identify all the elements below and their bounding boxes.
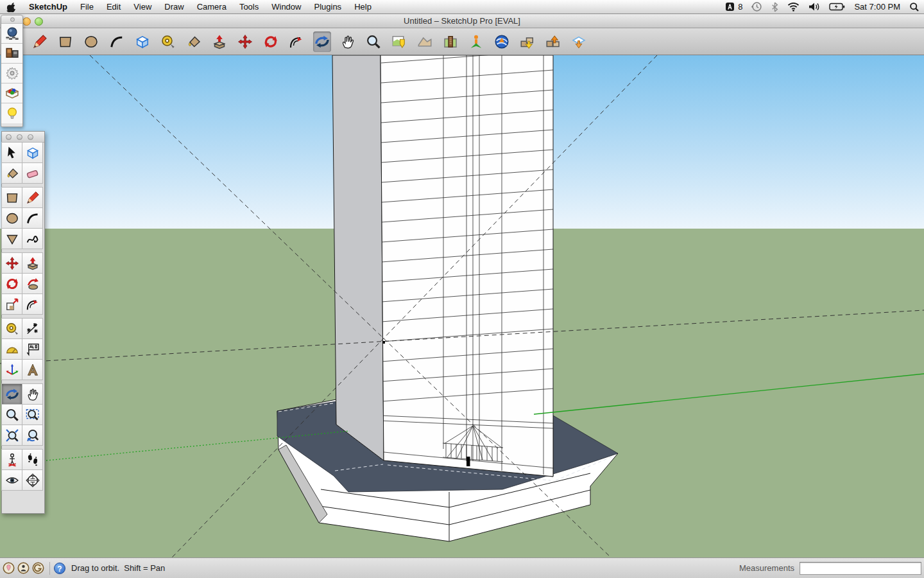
orbit-tool[interactable] xyxy=(1,383,22,405)
zoom-window-tool[interactable] xyxy=(22,404,43,425)
lightbulb-button[interactable] xyxy=(1,103,22,123)
move-tool[interactable] xyxy=(1,252,22,274)
paint-bucket-tool-button[interactable] xyxy=(185,31,203,52)
position-camera-tool-button[interactable] xyxy=(467,31,485,52)
tape-measure-tool-button[interactable] xyxy=(159,31,177,52)
orbit-tool-button[interactable] xyxy=(313,31,331,52)
push-pull-tool[interactable] xyxy=(22,252,43,274)
rectangle-tool-button[interactable] xyxy=(56,31,74,52)
photo-textures-tool-button[interactable] xyxy=(441,31,459,52)
zoom-tool[interactable] xyxy=(1,404,22,425)
arc-tool[interactable] xyxy=(22,207,43,229)
rotate-tool-button[interactable] xyxy=(262,31,280,52)
3d-text-tool[interactable] xyxy=(22,359,43,380)
components-boxes-button[interactable] xyxy=(1,44,22,64)
bluetooth-menu[interactable] xyxy=(767,0,783,14)
menu-item-tools[interactable]: Tools xyxy=(233,0,265,14)
menu-item-view[interactable]: View xyxy=(127,0,158,14)
offset-icon xyxy=(26,297,40,311)
zoom-tool-button[interactable] xyxy=(364,31,382,52)
apple-menu[interactable] xyxy=(0,0,22,14)
menu-item-edit[interactable]: Edit xyxy=(100,0,127,14)
tape-measure-tool[interactable] xyxy=(1,318,22,339)
large-tool-set-palette xyxy=(1,131,45,514)
location-pin-icon xyxy=(3,562,15,574)
person-icon xyxy=(17,562,30,574)
walk-tool[interactable] xyxy=(22,449,43,470)
select-tool[interactable] xyxy=(1,142,22,163)
menu-item-draw[interactable]: Draw xyxy=(158,0,190,14)
zoom-previous-tool[interactable] xyxy=(22,425,43,446)
time-machine-icon xyxy=(751,1,762,12)
rectangle-tool[interactable] xyxy=(1,187,22,208)
zoom-icon xyxy=(5,408,19,422)
gear-button[interactable] xyxy=(1,64,22,83)
window-title: Untitled – SketchUp Pro [EVAL] xyxy=(0,16,924,26)
arc-tool-button[interactable] xyxy=(108,31,126,52)
share-model-tool-button[interactable] xyxy=(544,31,562,52)
component-cube-icon xyxy=(26,146,40,160)
mini-palette-title-bar[interactable] xyxy=(1,15,22,24)
protractor-tool[interactable] xyxy=(1,338,22,360)
menu-item-camera[interactable]: Camera xyxy=(191,0,233,14)
offset-tool-button[interactable] xyxy=(287,31,305,52)
viewport-canvas[interactable] xyxy=(0,55,924,557)
make-component-tool-button[interactable] xyxy=(133,31,151,52)
menu-item-app[interactable]: SketchUp xyxy=(22,0,74,14)
mini-palette-close-button[interactable] xyxy=(10,17,15,22)
position-camera-tool[interactable] xyxy=(1,449,22,470)
palette-close-button[interactable] xyxy=(6,134,12,140)
time-machine-menu[interactable] xyxy=(747,0,767,14)
scale-tool[interactable] xyxy=(1,293,22,315)
palette-zoom-button[interactable] xyxy=(28,134,33,140)
measurements-input[interactable] xyxy=(800,562,921,575)
get-models-tool-button[interactable] xyxy=(518,31,536,52)
send-to-layout-tool-button[interactable] xyxy=(570,31,588,52)
viewport[interactable] xyxy=(0,55,924,557)
pan-tool-button[interactable] xyxy=(339,31,357,52)
look-around-tool[interactable] xyxy=(1,469,22,491)
push-pull-tool-button[interactable] xyxy=(210,31,228,52)
menu-item-plugins[interactable]: Plugins xyxy=(307,0,348,14)
polygon-tool[interactable] xyxy=(1,228,22,249)
add-location-tool-button[interactable] xyxy=(390,31,408,52)
section-plane-tool[interactable] xyxy=(22,469,43,491)
dimension-tool[interactable] xyxy=(22,318,43,339)
line-tool-button[interactable] xyxy=(31,31,49,52)
sample-box-button[interactable] xyxy=(1,83,22,103)
circle-tool[interactable] xyxy=(1,207,22,229)
volume-menu[interactable] xyxy=(804,0,825,14)
axes-tool[interactable] xyxy=(1,359,22,380)
help-icon[interactable]: ? xyxy=(54,563,65,574)
geolocation-status-button[interactable] xyxy=(3,562,15,574)
rotate-tool[interactable] xyxy=(1,273,22,294)
google-status-button[interactable] xyxy=(32,562,44,574)
menu-item-file[interactable]: File xyxy=(74,0,100,14)
menu-item-help[interactable]: Help xyxy=(348,0,378,14)
text-tool[interactable] xyxy=(22,338,43,360)
film-boxes-icon xyxy=(5,46,19,60)
styles-sphere-button[interactable] xyxy=(1,24,22,44)
input-source-menu[interactable]: 8 xyxy=(721,0,747,14)
circle-tool-button[interactable] xyxy=(82,31,100,52)
claim-model-status-button[interactable] xyxy=(17,562,30,574)
make-component-tool[interactable] xyxy=(22,142,43,163)
menu-clock[interactable]: Sat 7:00 PM xyxy=(850,0,905,14)
freehand-tool[interactable] xyxy=(22,228,43,249)
pan-tool[interactable] xyxy=(22,383,43,405)
move-tool-button[interactable] xyxy=(236,31,254,52)
wifi-menu[interactable] xyxy=(783,0,804,14)
menu-item-window[interactable]: Window xyxy=(265,0,307,14)
paint-bucket-tool[interactable] xyxy=(1,162,22,184)
offset-tool[interactable] xyxy=(22,293,43,315)
spotlight-menu[interactable] xyxy=(905,0,924,14)
toggle-terrain-tool-button[interactable] xyxy=(416,31,434,52)
palette-minimize-button[interactable] xyxy=(17,134,22,140)
line-tool[interactable] xyxy=(22,187,43,208)
tool-set-title-bar[interactable] xyxy=(2,132,44,143)
zoom-extents-tool[interactable] xyxy=(1,425,22,446)
follow-me-tool[interactable] xyxy=(22,273,43,294)
google-earth-tool-button[interactable] xyxy=(493,31,511,52)
battery-menu[interactable] xyxy=(825,0,850,14)
eraser-tool[interactable] xyxy=(22,162,43,184)
